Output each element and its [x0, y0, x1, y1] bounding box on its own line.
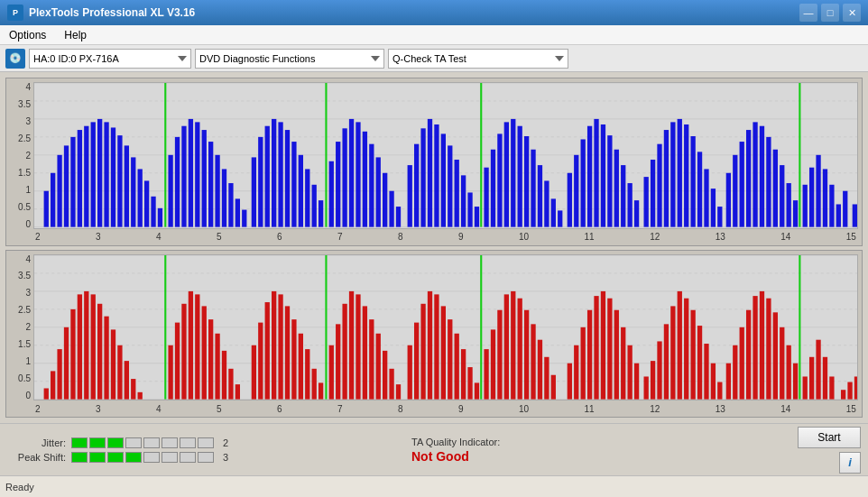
status-bar: Ready — [0, 475, 868, 497]
svg-rect-241 — [766, 298, 771, 399]
svg-rect-185 — [376, 333, 381, 399]
menu-options[interactable]: Options — [5, 28, 50, 42]
svg-rect-139 — [44, 388, 49, 399]
svg-rect-169 — [272, 290, 276, 399]
svg-rect-163 — [222, 350, 226, 399]
svg-rect-244 — [787, 345, 791, 399]
svg-rect-171 — [285, 306, 290, 399]
svg-rect-142 — [64, 327, 69, 399]
svg-rect-29 — [175, 137, 180, 227]
svg-rect-18 — [104, 122, 108, 226]
svg-rect-222 — [634, 363, 639, 399]
start-button[interactable]: Start — [798, 427, 861, 448]
svg-rect-73 — [475, 207, 479, 227]
svg-rect-119 — [787, 183, 791, 227]
svg-rect-189 — [408, 345, 412, 399]
svg-rect-37 — [228, 183, 233, 227]
info-button[interactable]: i — [839, 452, 861, 474]
svg-rect-122 — [803, 185, 808, 227]
svg-rect-36 — [222, 169, 226, 226]
ta-quality-status: Not Good — [411, 449, 469, 464]
peak-seg-8 — [198, 452, 214, 463]
svg-rect-220 — [621, 327, 625, 399]
peak-seg-5 — [143, 452, 160, 463]
svg-rect-229 — [684, 298, 688, 399]
svg-rect-14 — [78, 130, 82, 227]
bottom-right: Start i — [798, 427, 861, 474]
jitter-row: Jitter: 2 — [7, 437, 393, 448]
svg-rect-77 — [497, 133, 502, 226]
svg-rect-61 — [389, 191, 393, 227]
svg-rect-104 — [684, 124, 688, 227]
svg-rect-153 — [138, 391, 143, 399]
svg-rect-90 — [587, 126, 592, 227]
jitter-seg-6 — [162, 437, 178, 448]
svg-rect-155 — [168, 345, 172, 399]
svg-rect-160 — [202, 306, 207, 399]
menu-help[interactable]: Help — [60, 28, 90, 42]
peak-shift-value: 3 — [223, 452, 228, 463]
svg-rect-240 — [760, 290, 764, 399]
svg-rect-248 — [809, 356, 814, 399]
svg-rect-108 — [711, 189, 716, 227]
svg-rect-145 — [84, 290, 88, 399]
svg-rect-183 — [363, 306, 367, 399]
svg-rect-215 — [587, 309, 592, 399]
svg-rect-251 — [829, 376, 834, 399]
svg-rect-230 — [690, 309, 695, 399]
svg-rect-10 — [51, 173, 55, 227]
svg-rect-167 — [258, 322, 263, 399]
svg-rect-223 — [644, 376, 649, 399]
minimize-button[interactable]: — — [799, 4, 817, 22]
svg-rect-97 — [634, 200, 639, 226]
svg-rect-237 — [740, 327, 744, 399]
svg-rect-216 — [594, 296, 598, 400]
svg-rect-56 — [356, 122, 360, 226]
svg-rect-71 — [461, 175, 466, 226]
svg-rect-184 — [369, 319, 374, 399]
svg-rect-47 — [299, 155, 303, 227]
svg-rect-247 — [803, 376, 808, 399]
svg-rect-214 — [581, 327, 586, 399]
svg-rect-202 — [491, 329, 495, 399]
svg-rect-224 — [651, 361, 655, 400]
svg-rect-78 — [504, 122, 509, 226]
svg-rect-164 — [228, 368, 233, 399]
function-select[interactable]: DVD Diagnostic Functions — [195, 49, 384, 69]
svg-rect-88 — [574, 155, 578, 227]
svg-rect-239 — [753, 296, 757, 400]
svg-rect-15 — [84, 126, 88, 227]
maximize-button[interactable]: □ — [821, 4, 839, 22]
peak-shift-label: Peak Shift: — [7, 452, 66, 463]
svg-rect-140 — [51, 371, 55, 399]
close-button[interactable]: ✕ — [843, 4, 861, 22]
bottom-chart-svg — [34, 255, 857, 400]
title-bar-left: P PlexTools Professional XL V3.16 — [7, 5, 195, 21]
svg-rect-191 — [420, 303, 425, 399]
svg-rect-179 — [336, 324, 340, 399]
drive-select[interactable]: HA:0 ID:0 PX-716A — [29, 49, 191, 69]
svg-rect-75 — [484, 168, 488, 227]
svg-rect-45 — [285, 130, 290, 227]
peak-shift-meter — [71, 452, 214, 463]
svg-rect-28 — [168, 155, 172, 227]
svg-rect-100 — [657, 144, 661, 227]
svg-rect-221 — [627, 345, 632, 399]
svg-rect-113 — [746, 130, 751, 227]
svg-rect-125 — [823, 169, 827, 226]
title-bar: P PlexTools Professional XL V3.16 — □ ✕ — [0, 0, 868, 25]
peak-seg-2 — [89, 452, 106, 463]
svg-rect-172 — [291, 319, 296, 399]
svg-rect-152 — [131, 379, 135, 400]
svg-rect-253 — [847, 382, 852, 399]
top-chart-x-labels: 2 3 4 5 6 7 8 9 10 11 12 13 14 15 — [33, 229, 858, 245]
top-chart-container: 4 3.5 3 2.5 2 1.5 1 0.5 0 — [5, 78, 863, 246]
svg-rect-46 — [291, 142, 296, 227]
svg-rect-208 — [531, 324, 535, 399]
jitter-seg-2 — [89, 437, 106, 448]
test-select[interactable]: Q-Check TA Test — [388, 49, 568, 69]
svg-rect-235 — [726, 363, 731, 399]
svg-rect-76 — [491, 150, 495, 227]
jitter-seg-3 — [107, 437, 124, 448]
svg-rect-175 — [312, 368, 317, 399]
